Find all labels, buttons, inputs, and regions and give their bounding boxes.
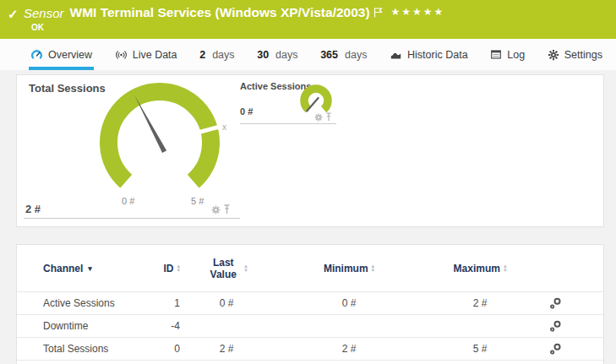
tab-label: Overview (48, 49, 92, 61)
table-row-total-sessions: Total Sessions 0 2 # 2 # 5 # (17, 338, 603, 361)
tab-365-days[interactable]: 365 days (319, 39, 368, 70)
channels-table-panel: Channel▾ ID▴▾ Last Value▴▾ Minimum▴▾ Max… (16, 244, 604, 364)
column-header-last-value[interactable]: Last Value▴▾ (205, 257, 248, 280)
tab-live-data[interactable]: Live Data (113, 39, 179, 70)
gauge-scale-max: 5 # (191, 196, 204, 206)
table-row-downtime: Downtime -4 (17, 315, 603, 338)
gauge-scale-min: 0 # (122, 196, 134, 206)
sensor-status-text: OK (31, 23, 44, 32)
channel-id: 1 (174, 297, 180, 309)
sensor-tab-bar: Overview Live Data 2 days 30 days 365 da… (0, 39, 616, 70)
channel-maximum: 2 # (473, 297, 488, 309)
sort-icon: ▴▾ (177, 264, 180, 272)
channels-table-header: Channel▾ ID▴▾ Last Value▴▾ Minimum▴▾ Max… (17, 245, 603, 292)
tab-label: Log (507, 49, 525, 61)
channel-id: -4 (171, 320, 180, 332)
gear-icon (548, 49, 559, 61)
gauge-pin-icon[interactable] (223, 204, 231, 215)
sort-icon: ▴▾ (504, 264, 507, 272)
channel-name: Downtime (43, 320, 136, 332)
channel-settings-icon[interactable] (549, 297, 562, 310)
channel-last-value: 2 # (220, 343, 234, 355)
gauge-settings-gear-icon[interactable] (314, 113, 323, 122)
channel-name: Total Sessions (43, 343, 136, 355)
tab-2-days[interactable]: 2 days (198, 39, 236, 70)
gauge-underline (240, 123, 336, 124)
channel-id: 0 (174, 343, 180, 355)
gauge-settings-gear-icon[interactable] (211, 205, 221, 215)
active-sessions-value: 0 # (240, 106, 253, 117)
sensor-title: WMI Terminal Services (Windows XP/Vista/… (70, 5, 370, 20)
tab-label: Live Data (133, 49, 177, 61)
column-header-id[interactable]: ID▴▾ (163, 263, 180, 274)
gauge-underline (24, 218, 240, 219)
column-header-maximum[interactable]: Maximum▴▾ (454, 263, 507, 274)
sort-icon: ▴▾ (372, 264, 375, 272)
tab-settings[interactable]: Settings (546, 39, 604, 70)
gauge-icon (30, 48, 43, 61)
tab-historic-data[interactable]: Historic Data (388, 39, 470, 70)
channel-name: Active Sessions (43, 297, 136, 309)
tab-overview[interactable]: Overview (29, 39, 94, 70)
live-data-icon (115, 49, 128, 61)
total-sessions-gauge (97, 80, 222, 188)
total-sessions-gauge-title: Total Sessions (29, 82, 106, 95)
channel-settings-icon[interactable] (549, 320, 562, 333)
table-row-active-sessions: Active Sessions 1 0 # 0 # 2 # (17, 292, 603, 315)
channel-settings-icon[interactable] (549, 343, 562, 356)
tab-log[interactable]: Log (488, 39, 526, 70)
channel-minimum: 2 # (342, 343, 357, 355)
log-icon (490, 49, 502, 60)
gauges-panel: Total Sessions x 0 # 5 # 2 # Active Sess… (16, 74, 604, 227)
column-header-minimum[interactable]: Minimum▴▾ (324, 263, 374, 274)
priority-flag-icon[interactable] (373, 6, 383, 21)
priority-stars[interactable]: ★★★★★ (391, 6, 445, 18)
tab-30-days[interactable]: 30 days (255, 39, 299, 70)
column-header-channel[interactable]: Channel▾ (43, 263, 136, 274)
sensor-kind-label: Sensor (24, 5, 64, 20)
tab-label: Historic Data (407, 49, 468, 61)
gauge-axis-marker: x (222, 122, 226, 132)
channel-minimum: 0 # (342, 297, 357, 309)
total-sessions-value: 2 # (25, 203, 41, 215)
historic-data-icon (390, 49, 402, 61)
channel-maximum: 5 # (473, 343, 488, 355)
sort-desc-icon: ▾ (88, 264, 92, 273)
sensor-header: ✓ Sensor WMI Terminal Services (Windows … (0, 0, 616, 39)
status-ok-check-icon: ✓ (8, 7, 19, 22)
sort-icon: ▴▾ (244, 264, 248, 272)
gauge-pin-icon[interactable] (325, 112, 332, 122)
channel-last-value: 0 # (220, 297, 234, 309)
tab-label: Settings (564, 49, 602, 61)
